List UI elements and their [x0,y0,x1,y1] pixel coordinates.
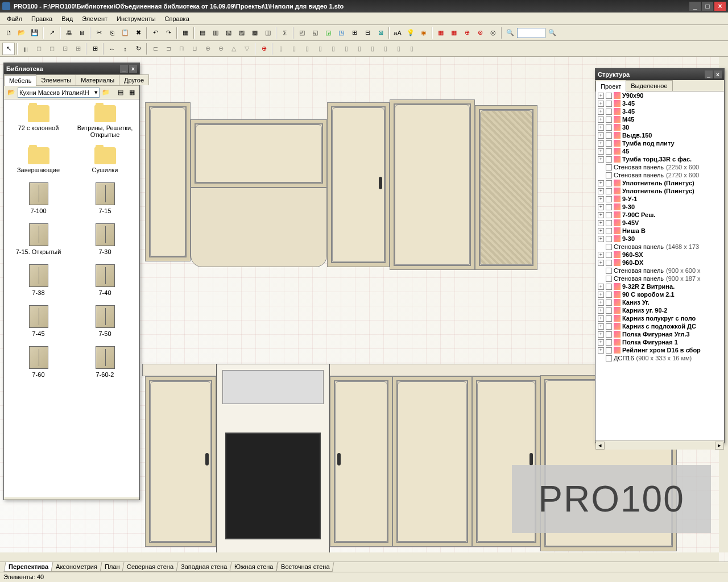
export-icon[interactable]: ↗ [46,27,58,39]
snap-icon[interactable]: ⊕ [461,27,473,39]
checkbox[interactable] [606,236,612,242]
expand-icon[interactable]: + [598,101,604,107]
structure-close-icon[interactable]: × [714,70,722,78]
expand-icon[interactable]: + [598,93,604,99]
tree-row[interactable]: +Карниз с подложкой ДС [595,322,724,330]
checkbox[interactable] [606,156,612,163]
scroll-right-icon[interactable]: ▸ [715,442,724,450]
tree-row[interactable]: +9-30 [595,203,724,211]
tree-row[interactable]: +3-45 [595,107,724,115]
library-item-6[interactable]: 7-15. Открытый [6,220,71,259]
menu-Справка[interactable]: Справка [160,14,194,23]
tree-row[interactable]: +Ниша В [595,227,724,235]
tool-3-icon[interactable]: ◻ [46,43,58,55]
dist-8-icon[interactable]: ▯ [366,43,379,55]
expand-icon[interactable]: + [598,117,604,123]
dist-6-icon[interactable]: ▯ [340,43,353,55]
tree-row[interactable]: +45 [595,147,724,155]
library-titlebar[interactable]: Библиотека _ × [4,63,139,74]
grid-icon[interactable]: ▦ [435,27,447,39]
view-tab-5[interactable]: Южная стена [230,562,278,572]
tree-row[interactable]: Стеновая панель(2720 x 600 [595,171,724,179]
align-3-icon[interactable]: ⊓ [175,43,188,55]
tree-row[interactable]: +Полка Фигурная Угл.3 [595,330,724,338]
panel-3-icon[interactable]: ▧ [222,27,235,39]
tree-row[interactable]: +М45 [595,115,724,123]
tree-row[interactable]: +Рейлинг хром D16 в сбор [595,346,724,354]
expand-icon[interactable]: + [598,132,604,139]
view-tab-2[interactable]: План [100,562,125,572]
checkbox[interactable] [606,323,612,330]
view-tab-4[interactable]: Западная стена [176,562,232,572]
tree-row[interactable]: Стеновая панель(1468 x 173 [595,243,724,251]
checkbox[interactable] [606,355,612,361]
up-folder-icon[interactable]: 📁 [101,88,111,98]
circle-icon[interactable]: ◎ [487,27,499,39]
tool-5-icon[interactable]: ⊞ [72,43,84,55]
expand-icon[interactable]: + [598,331,604,338]
tree-row[interactable]: +Каниз Уг. [595,298,724,306]
dist-10-icon[interactable]: ▯ [392,43,405,55]
tree-row[interactable]: +9-30 [595,235,724,243]
checkbox[interactable] [606,164,612,171]
align-8-icon[interactable]: ▽ [241,43,253,55]
view-tab-0[interactable]: Перспектива [4,562,53,572]
expand-icon[interactable]: + [598,220,604,226]
expand-icon[interactable]: + [598,156,604,163]
structure-tab-0[interactable]: Проект [595,81,626,92]
expand-icon[interactable]: + [598,252,604,258]
checkbox[interactable] [606,117,612,123]
expand-icon[interactable]: + [598,180,604,186]
expand-icon[interactable]: + [598,196,604,202]
library-item-3[interactable]: Сушилки [73,144,137,177]
view-6-icon[interactable]: ⊟ [361,27,374,39]
close-button[interactable]: × [714,2,726,11]
expand-icon[interactable]: + [598,204,604,210]
canvas-hscroll[interactable] [0,552,719,562]
checkbox[interactable] [606,220,612,226]
sigma-icon[interactable]: Σ [279,27,291,39]
dist-4-icon[interactable]: ▯ [314,43,326,55]
checkbox[interactable] [606,252,612,258]
menu-Элемент[interactable]: Элемент [77,14,112,23]
library-item-1[interactable]: Витрины, Решетки, Открытые [73,102,137,142]
cut-icon[interactable]: ✂ [93,27,105,39]
align-6-icon[interactable]: ⊖ [214,43,227,55]
toggle-1-icon[interactable]: ▦ [179,27,192,39]
tree-row[interactable]: +7-90С Реш. [595,211,724,219]
view-1-icon[interactable]: ◰ [296,27,308,39]
tree-row[interactable]: +Выдв.150 [595,131,724,139]
print-preview-icon[interactable]: 🗏 [76,27,88,39]
expand-icon[interactable]: + [598,347,604,354]
expand-icon[interactable]: + [598,109,604,115]
checkbox[interactable] [606,315,612,322]
expand-icon[interactable]: + [598,292,604,298]
library-item-10[interactable]: 7-45 [6,302,71,340]
checkbox[interactable] [606,347,612,354]
print-icon[interactable]: 🖶 [63,27,75,39]
library-tab-2[interactable]: Материалы [76,74,119,85]
tree-row[interactable]: +Карниз полукруг с поло [595,314,724,322]
expand-icon[interactable]: + [598,339,604,346]
checkbox[interactable] [606,300,612,306]
checkbox[interactable] [606,268,612,274]
library-item-12[interactable]: 7-60 [6,343,71,381]
align-7-icon[interactable]: △ [228,43,240,55]
view-grid-icon[interactable]: ▦ [127,88,137,98]
dist-9-icon[interactable]: ▯ [379,43,392,55]
tool-2-icon[interactable]: ◻ [32,43,45,55]
library-tab-1[interactable]: Элементы [36,74,76,85]
align-4-icon[interactable]: ⊔ [188,43,201,55]
tree-row[interactable]: +90 С коробом 2.1 [595,290,724,298]
new-icon[interactable]: 🗋 [2,27,15,39]
copy-icon[interactable]: ⎘ [106,27,118,39]
grid2-icon[interactable]: ▦ [448,27,460,39]
folder-open-icon[interactable]: 📂 [6,88,16,98]
expand-icon[interactable]: + [598,140,604,147]
tree-row[interactable]: +9-32R Z Витрина. [595,282,724,290]
library-item-7[interactable]: 7-30 [73,220,137,259]
menu-Инструменты[interactable]: Инструменты [112,14,160,23]
checkbox[interactable] [606,148,612,155]
move-y-icon[interactable]: ↕ [119,43,131,55]
align-2-icon[interactable]: ⊐ [162,43,175,55]
